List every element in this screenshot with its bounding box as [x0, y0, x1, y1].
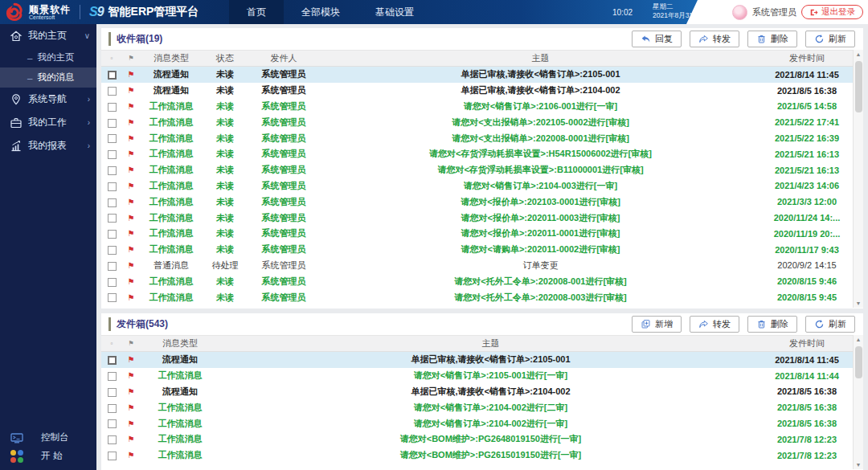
scrollbar-thumb[interactable] [855, 61, 862, 112]
outbox-table-row[interactable]: ⚑ 工作流消息 请您对<BOM维护>:PG2648019150进行[一审] 20… [101, 431, 853, 448]
sidebar-item-my-home[interactable]: 我的主页 ∨ [0, 24, 96, 47]
nav-tab-all-modules[interactable]: 全部模块 [284, 0, 358, 24]
scroll-down-icon[interactable]: ▼ [854, 300, 863, 306]
subject-cell[interactable]: 请您对<BOM维护>:PG2648019150进行[一审] [220, 433, 761, 445]
subject-cell[interactable]: 请您对<销售订单>:2104-002进行[二审] [220, 402, 761, 414]
row-checkbox[interactable] [108, 182, 117, 191]
subject-cell[interactable]: 请您对<托外工令单>:202008-001进行[审核] [320, 276, 761, 288]
row-checkbox[interactable] [108, 388, 117, 397]
row-checkbox[interactable] [108, 134, 117, 143]
inbox-scrollbar[interactable]: ▲ ▼ [853, 50, 863, 308]
console-button[interactable]: 控制台 [0, 428, 96, 447]
forward-button[interactable]: 转发 [690, 316, 739, 333]
inbox-table-row[interactable]: ⚑ 工作流消息 未读 系统管理员 请您对<报价单>:202103-0001进行[… [101, 194, 853, 210]
sidebar-subitem-my-home[interactable]: – 我的主页 [0, 47, 96, 67]
subject-cell[interactable]: 请您对<托外工令单>:202008-003进行[审核] [320, 292, 761, 304]
col-status[interactable]: 状态 [203, 52, 248, 64]
nav-tab-basic-settings[interactable]: 基础设置 [358, 0, 432, 24]
outbox-scrollbar[interactable]: ▲ ▼ [853, 335, 863, 469]
row-checkbox[interactable] [108, 150, 117, 159]
col-msg-type[interactable]: 消息类型 [140, 337, 220, 349]
subject-cell[interactable]: 单据已审核,请接收<销售订单>:2104-002 [220, 386, 761, 398]
subject-cell[interactable]: 请您对<请购单>:202011-0002进行[审核] [320, 243, 761, 255]
scrollbar-thumb[interactable] [855, 346, 862, 378]
subject-cell[interactable]: 请您对<销售订单>:2106-001进行[一审] [320, 100, 761, 112]
inbox-table-row[interactable]: ⚑ 工作流消息 未读 系统管理员 请您对<请购单>:202011-0002进行[… [101, 242, 853, 258]
row-checkbox[interactable] [108, 278, 117, 287]
subject-cell[interactable]: 单据已审核,请接收<销售订单>:2105-001 [320, 68, 761, 80]
col-send-time[interactable]: 发件时间 [761, 52, 853, 64]
row-checkbox[interactable] [108, 293, 117, 302]
refresh-button[interactable]: 刷新 [805, 31, 855, 47]
inbox-table-row[interactable]: ⚑ 工作流消息 未读 系统管理员 请您对<存货浮动耗损率设置>:H54R1500… [101, 146, 853, 162]
forward-button[interactable]: 转发 [690, 31, 739, 47]
subject-cell[interactable]: 请您对<支出报销单>:202008-0001进行[审核] [320, 133, 761, 145]
outbox-table-row[interactable]: ⚑ 工作流消息 请您对<销售订单>:2104-002进行[一审] 2021/8/… [101, 415, 853, 431]
sidebar-subitem-my-messages[interactable]: – 我的消息 [0, 67, 96, 88]
row-checkbox[interactable] [108, 419, 117, 428]
subject-cell[interactable]: 请您对<支出报销单>:202105-0002进行[审核] [320, 116, 761, 129]
col-sender[interactable]: 发件人 [248, 52, 320, 64]
inbox-table-row[interactable]: ⚑ 工作流消息 未读 系统管理员 请您对<支出报销单>:202008-0001进… [101, 130, 853, 146]
row-checkbox[interactable] [108, 262, 117, 271]
row-checkbox[interactable] [108, 119, 117, 128]
nav-tab-home[interactable]: 首页 [229, 0, 284, 24]
scroll-down-icon[interactable]: ▼ [854, 462, 863, 468]
delete-button[interactable]: 删除 [747, 31, 797, 47]
subject-cell[interactable]: 订单变更 [320, 260, 761, 272]
outbox-table-row[interactable]: ⚑ 流程通知 单据已审核,请接收<销售订单>:2104-002 2021/8/5… [101, 384, 853, 400]
row-checkbox[interactable] [108, 230, 117, 239]
refresh-button[interactable]: 刷新 [805, 316, 855, 333]
delete-button[interactable]: 删除 [747, 316, 797, 333]
row-checkbox[interactable] [108, 435, 117, 444]
inbox-table-row[interactable]: ⚑ 工作流消息 未读 系统管理员 请您对<销售订单>:2104-003进行[一审… [101, 178, 853, 194]
row-checkbox[interactable] [108, 214, 117, 223]
sidebar-item-my-reports[interactable]: 我的报表 › [0, 134, 96, 157]
subject-cell[interactable]: 请您对<存货浮动耗损率设置>:B11000001进行[审核] [320, 164, 761, 176]
inbox-table-row[interactable]: ⚑ 工作流消息 未读 系统管理员 请您对<托外工令单>:202008-001进行… [101, 273, 853, 289]
inbox-table-row[interactable]: ⚑ 工作流消息 未读 系统管理员 请您对<托外工令单>:202008-003进行… [101, 289, 853, 305]
scroll-up-icon[interactable]: ▲ [854, 51, 863, 57]
row-checkbox[interactable] [108, 452, 117, 460]
subject-cell[interactable]: 单据已审核,请接收<销售订单>:2105-001 [220, 354, 761, 366]
subject-cell[interactable]: 请您对<报价单>:202103-0001进行[审核] [320, 196, 761, 208]
inbox-table-row[interactable]: ⚑ 工作流消息 未读 系统管理员 请您对<销售订单>:2106-001进行[一审… [101, 99, 853, 115]
row-checkbox[interactable] [108, 356, 117, 365]
outbox-table-row[interactable]: ⚑ 工作流消息 请您对<BOM维护>:PG2615019150进行[一审] 20… [101, 448, 853, 464]
avatar[interactable] [732, 5, 747, 20]
subject-cell[interactable]: 请您对<存货浮动耗损率设置>:H54R15006002进行[审核] [320, 148, 761, 160]
outbox-table-row[interactable]: ⚑ 工作流消息 请您对<销售订单>:2105-001进行[一审] 2021/8/… [101, 368, 853, 384]
row-checkbox[interactable] [108, 166, 117, 175]
col-send-time[interactable]: 发件时间 [761, 337, 853, 349]
row-checkbox[interactable] [108, 71, 117, 80]
outbox-table-row[interactable]: ⚑ 工作流消息 请您对<销售订单>:2104-002进行[二审] 2021/8/… [101, 399, 853, 415]
start-button[interactable]: 开 始 [0, 447, 96, 465]
scroll-up-icon[interactable]: ▲ [854, 337, 863, 342]
sidebar-item-my-work[interactable]: 我的工作 › [0, 111, 96, 134]
row-checkbox[interactable] [108, 87, 117, 96]
inbox-table-row[interactable]: ⚑ 工作流消息 未读 系统管理员 请您对<存货浮动耗损率设置>:B1100000… [101, 162, 853, 178]
sidebar-item-system-nav[interactable]: 系统导航 › [0, 88, 96, 111]
subject-cell[interactable]: 请您对<销售订单>:2104-003进行[一审] [320, 180, 761, 192]
col-subject[interactable]: 主题 [220, 337, 761, 349]
row-checkbox[interactable] [108, 404, 117, 413]
logout-button[interactable]: 退出登录 [801, 5, 863, 19]
row-checkbox[interactable] [108, 198, 117, 207]
inbox-table-row[interactable]: ⚑ 工作流消息 未读 系统管理员 请您对<报价单>:202011-0003进行[… [101, 210, 853, 226]
inbox-table-row[interactable]: ⚑ 工作流消息 未读 系统管理员 请您对<报价单>:202011-0001进行[… [101, 226, 853, 242]
outbox-table-row[interactable]: ⚑ 流程通知 单据已审核,请接收<销售订单>:2105-001 2021/8/1… [101, 352, 853, 368]
inbox-table-row[interactable]: ⚑ 工作流消息 未读 系统管理员 请您对<支出报销单>:202105-0002进… [101, 114, 853, 130]
subject-cell[interactable]: 请您对<BOM维护>:PG2615019150进行[一审] [220, 449, 761, 461]
col-subject[interactable]: 主题 [320, 52, 761, 64]
subject-cell[interactable]: 请您对<报价单>:202011-0003进行[审核] [320, 212, 761, 224]
subject-cell[interactable]: 单据已审核,请接收<销售订单>:2104-002 [320, 84, 761, 96]
new-button[interactable]: 新增 [632, 316, 682, 333]
inbox-table-row[interactable]: ⚑ 流程通知 未读 系统管理员 单据已审核,请接收<销售订单>:2104-002… [101, 83, 853, 99]
inbox-table-row[interactable]: ⚑ 流程通知 未读 系统管理员 单据已审核,请接收<销售订单>:2105-001… [101, 67, 853, 83]
subject-cell[interactable]: 请您对<销售订单>:2104-002进行[一审] [220, 418, 761, 430]
row-checkbox[interactable] [108, 103, 117, 112]
subject-cell[interactable]: 请您对<报价单>:202011-0001进行[审核] [320, 227, 761, 239]
inbox-table-row[interactable]: ⚑ 普通消息 待处理 系统管理员 订单变更 2020/9/2 14:15 [101, 258, 853, 274]
col-msg-type[interactable]: 消息类型 [140, 52, 203, 64]
row-checkbox[interactable] [108, 246, 117, 255]
